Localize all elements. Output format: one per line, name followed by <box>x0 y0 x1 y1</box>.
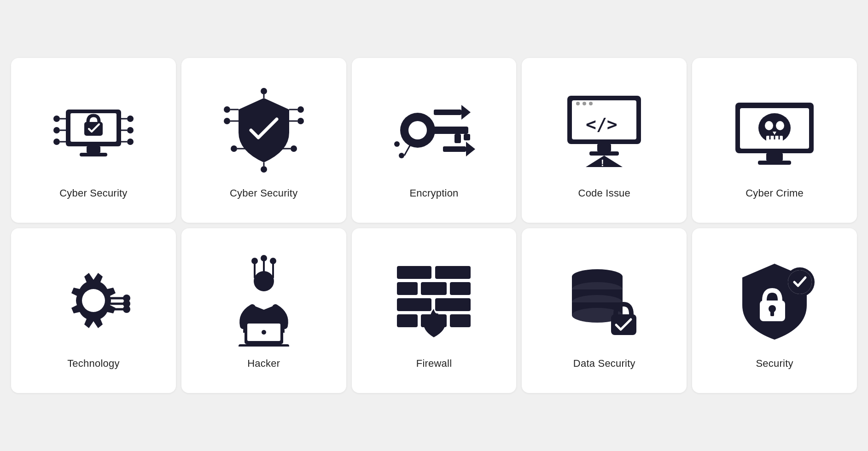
svg-point-11 <box>127 116 134 122</box>
svg-point-34 <box>408 121 427 139</box>
svg-point-31 <box>261 166 267 173</box>
svg-point-73 <box>123 306 130 313</box>
card-cyber-security-2: Cyber Security <box>181 58 346 223</box>
svg-point-19 <box>224 106 230 113</box>
svg-rect-105 <box>770 311 774 316</box>
svg-rect-58 <box>758 161 791 165</box>
technology-icon <box>47 254 140 347</box>
svg-point-27 <box>231 145 237 152</box>
svg-point-60 <box>765 121 773 130</box>
svg-marker-39 <box>461 105 471 120</box>
svg-point-13 <box>127 127 134 133</box>
firewall-icon <box>388 254 480 347</box>
svg-text:</>: </> <box>586 114 618 134</box>
firewall-label: Firewall <box>416 358 452 370</box>
card-hacker: Hacker <box>181 228 346 393</box>
svg-rect-89 <box>450 282 471 295</box>
svg-point-75 <box>251 258 258 264</box>
svg-rect-90 <box>397 298 431 311</box>
cyber-crime-label: Cyber Crime <box>746 187 804 199</box>
svg-rect-2 <box>87 146 100 153</box>
hacker-icon <box>218 254 310 347</box>
card-firewall: Firewall <box>352 228 517 393</box>
svg-point-49 <box>589 102 593 105</box>
svg-point-17 <box>261 88 267 94</box>
data-security-label: Data Security <box>573 358 635 370</box>
svg-point-61 <box>776 121 784 130</box>
svg-point-77 <box>261 255 267 261</box>
code-issue-icon: </> ! <box>558 84 650 176</box>
data-security-icon <box>558 254 650 347</box>
code-issue-label: Code Issue <box>578 187 631 199</box>
cyber-security-2-label: Cyber Security <box>230 187 297 199</box>
cyber-crime-icon <box>728 84 821 176</box>
svg-rect-91 <box>435 298 471 311</box>
svg-point-25 <box>297 118 304 124</box>
cyber-security-1-label: Cyber Security <box>59 187 127 199</box>
svg-rect-86 <box>435 266 471 279</box>
card-cyber-crime: Cyber Crime <box>692 58 857 223</box>
svg-rect-40 <box>443 146 466 152</box>
svg-rect-38 <box>434 110 461 115</box>
svg-point-79 <box>270 258 276 264</box>
svg-text:!: ! <box>601 158 604 168</box>
svg-point-5 <box>53 116 60 122</box>
svg-rect-35 <box>431 127 468 134</box>
svg-point-47 <box>576 102 580 105</box>
svg-marker-41 <box>466 142 475 156</box>
cyber-security-2-icon <box>218 84 310 176</box>
svg-rect-83 <box>239 344 289 347</box>
svg-rect-87 <box>397 282 418 295</box>
svg-rect-3 <box>80 153 107 156</box>
svg-rect-51 <box>589 151 619 156</box>
card-data-security: Data Security <box>522 228 687 393</box>
svg-rect-57 <box>766 153 783 161</box>
card-encryption: Encryption <box>352 58 517 223</box>
encryption-label: Encryption <box>409 187 458 199</box>
svg-point-80 <box>254 271 274 291</box>
svg-point-9 <box>53 139 60 145</box>
hacker-label: Hacker <box>247 358 280 370</box>
svg-line-43 <box>404 144 411 156</box>
svg-rect-102 <box>611 314 636 335</box>
svg-rect-50 <box>597 144 611 151</box>
icon-grid: Cyber Security <box>0 47 868 404</box>
svg-rect-36 <box>454 134 461 143</box>
svg-point-15 <box>127 139 134 145</box>
card-technology: Technology <box>11 228 176 393</box>
svg-point-84 <box>262 330 266 335</box>
svg-point-48 <box>583 102 586 105</box>
card-code-issue: </> ! Code Issue <box>522 58 687 223</box>
card-security: Security <box>692 228 857 393</box>
svg-point-44 <box>394 141 400 147</box>
technology-label: Technology <box>67 358 120 370</box>
encryption-icon <box>388 84 480 176</box>
svg-point-21 <box>224 118 230 124</box>
svg-rect-85 <box>397 266 431 279</box>
card-cyber-security-1: Cyber Security <box>11 58 176 223</box>
svg-point-29 <box>291 145 297 152</box>
svg-rect-66 <box>766 139 783 143</box>
svg-rect-94 <box>450 314 471 327</box>
svg-rect-37 <box>464 134 470 140</box>
svg-rect-88 <box>421 282 447 295</box>
svg-point-23 <box>297 106 304 113</box>
cyber-security-1-icon <box>47 84 140 176</box>
svg-marker-53 <box>586 156 623 167</box>
svg-point-7 <box>53 127 60 133</box>
security-label: Security <box>756 358 793 370</box>
svg-point-67 <box>82 289 105 312</box>
svg-rect-92 <box>397 314 418 327</box>
svg-point-42 <box>399 153 404 158</box>
security-icon <box>728 254 821 347</box>
